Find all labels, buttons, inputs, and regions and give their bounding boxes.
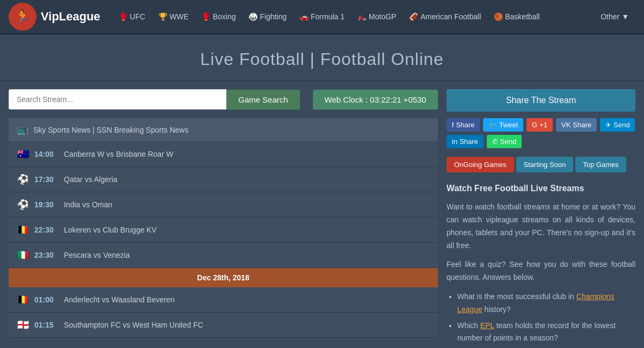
info-section: Watch Free Football Live Streams Want to… [447,181,635,348]
gplus-button[interactable]: G +1 [526,118,553,132]
nav-icon: 🏆 [158,12,167,21]
nav-label: Formula 1 [311,12,345,21]
nav-links: 🥊UFC🏆WWE🥊Boxing🥋Fighting🚗Formula 1🏍️Moto… [113,9,594,24]
search-input[interactable] [9,89,226,110]
nav-label: American Football [420,12,481,21]
game-title: Anderlecht vs Waasland Beveren [64,295,174,304]
tab-starting-soon[interactable]: Starting Soon [516,157,574,172]
game-row[interactable]: ⚽19:30India vs Oman [9,192,438,218]
twitter-icon: 🐦 [488,121,497,129]
nav-item-american-football[interactable]: 🏈American Football [404,9,486,24]
logo[interactable]: 🏃 VipLeague [9,3,100,31]
info-list: What is the most successful club in Cham… [447,291,635,348]
nav-label: Basketball [505,12,540,21]
info-heading: Watch Free Football Live Streams [447,181,635,195]
nav-icon: 🏈 [409,12,418,21]
games-list: 📺Sky Sports News | SSN Breaking Sports N… [9,118,438,338]
page-header: Live Football | Football Online [0,34,644,81]
tv-icon: 📺 [17,125,28,135]
telegram-send-button[interactable]: ✈ Send [600,118,635,132]
game-time: 23:30 [34,251,58,259]
game-time: 01:15 [34,321,58,329]
social-buttons-row1: f Share 🐦 Tweet G +1 VK Share ✈ Send [447,118,635,132]
nav-icon: 🥋 [248,12,258,21]
whatsapp-send-button[interactable]: ✆ Send [487,135,522,148]
social-buttons-row2: in Share ✆ Send [447,135,635,148]
twitter-tweet-button[interactable]: 🐦 Tweet [483,118,523,132]
game-time: 19:30 [34,200,58,209]
channel-row[interactable]: 📺Sky Sports News | SSN Breaking Sports N… [9,118,438,142]
facebook-share-label: Share [456,121,475,129]
right-panel: Share The Stream f Share 🐦 Tweet G +1 VK… [447,89,635,348]
info-para2: Feel like a quiz? See how you do with th… [447,258,635,284]
vk-label: Share [573,121,591,129]
nav-item-boxing[interactable]: 🥊Boxing [196,9,241,24]
game-title: India vs Oman [64,200,112,209]
navbar: 🏃 VipLeague 🥊UFC🏆WWE🥊Boxing🥋Fighting🚗For… [0,0,644,34]
game-time: 17:30 [34,175,58,184]
nav-item-wwe[interactable]: 🏆WWE [153,9,194,24]
main-container: Game Search Web Clock : 03:22:21 +0530 📺… [0,81,644,348]
list-item: Which EPL team holds the record for the … [457,320,635,345]
whatsapp-label: Send [500,137,516,146]
game-time: 22:30 [34,226,58,234]
vk-icon: VK [561,121,570,129]
facebook-share-button[interactable]: f Share [447,118,480,132]
tabs-row: OnGoing Games Starting Soon Top Games [447,157,635,172]
nav-other-dropdown[interactable]: Other ▼ [594,9,635,24]
nav-item-basketball[interactable]: 🏀Basketball [488,9,545,24]
linkedin-share-button[interactable]: in Share [447,135,484,148]
nav-label: WWE [170,12,189,21]
nav-icon: 🥊 [119,12,128,21]
flag-icon: 🇮🇹 [17,249,29,261]
game-row[interactable]: 🇧🇪22:30Lokeren vs Club Brugge KV [9,218,438,243]
web-clock: Web Clock : 03:22:21 +0530 [313,90,438,110]
nav-label: MotoGP [369,12,396,21]
gplus-icon: G [532,121,537,129]
game-search-button[interactable]: Game Search [226,90,300,110]
telegram-label: Send [613,121,630,129]
list-item: What is the most successful club in Cham… [457,291,635,316]
flag-icon: 🏴󠁧󠁢󠁥󠁮󠁧󠁿 [17,319,29,331]
share-stream-button[interactable]: Share The Stream [447,89,635,112]
game-row[interactable]: 🇮🇹23:30Pescara vs Venezia [9,243,438,268]
game-time: 14:00 [34,150,58,158]
game-row[interactable]: 🏴󠁧󠁢󠁥󠁮󠁧󠁿01:15Southampton FC vs West Ham U… [9,313,438,338]
vk-share-button[interactable]: VK Share [556,118,597,132]
game-row[interactable]: 🇦🇺14:00Canberra W vs Brisbane Roar W [9,142,438,167]
game-title: Lokeren vs Club Brugge KV [64,226,157,234]
game-time: 01:00 [34,295,58,304]
twitter-label: Tweet [499,121,518,129]
nav-icon: 🥊 [201,12,210,21]
flag-icon: ⚽ [17,199,29,211]
chevron-down-icon: ▼ [621,12,629,21]
nav-item-formula-1[interactable]: 🚗Formula 1 [294,9,350,24]
champions-league-link[interactable]: Champions League [457,292,614,314]
game-row[interactable]: 🇧🇪01:00Anderlecht vs Waasland Beveren [9,287,438,313]
nav-icon: 🚗 [299,12,309,21]
nav-label: UFC [130,12,145,21]
facebook-icon: f [452,121,454,129]
info-para1: Want to watch football streams at home o… [447,201,635,252]
tab-top-games[interactable]: Top Games [575,157,626,172]
flag-icon: 🇧🇪 [17,224,29,236]
whatsapp-icon: ✆ [492,137,498,146]
logo-text: VipLeague [41,10,100,24]
flag-icon: 🇧🇪 [17,294,29,306]
game-title: Southampton FC vs West Ham United FC [64,321,203,329]
tab-ongoing-games[interactable]: OnGoing Games [447,157,514,172]
flag-icon: ⚽ [17,173,29,185]
page-title: Live Football | Football Online [0,49,644,69]
game-row[interactable]: ⚽17:30Qatar vs Algeria [9,167,438,192]
date-separator: Dec 28th, 2018 [9,268,438,287]
nav-item-ufc[interactable]: 🥊UFC [113,9,151,24]
nav-label: Fighting [260,12,287,21]
left-panel: Game Search Web Clock : 03:22:21 +0530 📺… [9,89,438,348]
nav-item-motogp[interactable]: 🏍️MotoGP [352,9,401,24]
epl-link[interactable]: EPL [480,321,494,330]
game-title: Canberra W vs Brisbane Roar W [64,150,173,158]
nav-icon: 🏍️ [357,12,367,21]
nav-item-fighting[interactable]: 🥋Fighting [243,9,292,24]
flag-icon: 🇦🇺 [17,148,29,160]
nav-icon: 🏀 [494,12,503,21]
